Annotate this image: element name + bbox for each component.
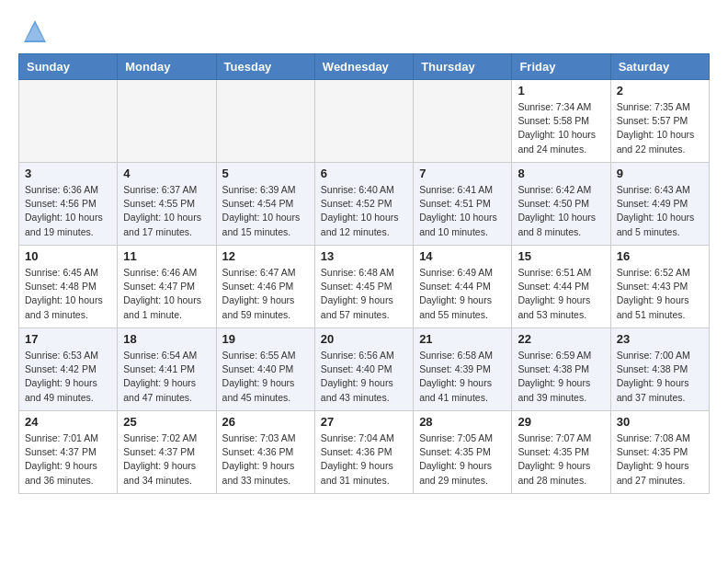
calendar-day-cell: 3Sunrise: 6:36 AMSunset: 4:56 PMDaylight… (19, 163, 118, 246)
day-info: Sunrise: 7:05 AMSunset: 4:35 PMDaylight:… (419, 431, 506, 488)
day-info: Sunrise: 6:54 AMSunset: 4:41 PMDaylight:… (123, 349, 210, 405)
day-info: Sunrise: 6:47 AMSunset: 4:46 PMDaylight:… (222, 266, 309, 322)
day-number: 1 (518, 84, 604, 98)
day-info: Sunrise: 6:55 AMSunset: 4:40 PMDaylight:… (222, 349, 309, 405)
day-number: 24 (25, 415, 111, 429)
day-number: 18 (123, 332, 210, 346)
calendar-day-cell: 17Sunrise: 6:53 AMSunset: 4:42 PMDayligh… (19, 328, 118, 411)
calendar-day-cell: 25Sunrise: 7:02 AMSunset: 4:37 PMDayligh… (118, 411, 216, 494)
weekday-header-wednesday: Wednesday (314, 54, 413, 80)
day-number: 29 (518, 415, 604, 429)
day-info: Sunrise: 7:04 AMSunset: 4:36 PMDaylight:… (321, 431, 407, 488)
weekday-header-sunday: Sunday (19, 54, 118, 80)
day-number: 5 (222, 167, 309, 180)
calendar-day-cell: 10Sunrise: 6:45 AMSunset: 4:48 PMDayligh… (19, 246, 118, 328)
calendar-day-cell: 4Sunrise: 6:37 AMSunset: 4:55 PMDaylight… (118, 163, 216, 246)
day-info: Sunrise: 6:39 AMSunset: 4:54 PMDaylight:… (222, 183, 309, 239)
weekday-header-row: SundayMondayTuesdayWednesdayThursdayFrid… (19, 54, 710, 80)
calendar-day-cell: 26Sunrise: 7:03 AMSunset: 4:36 PMDayligh… (216, 411, 314, 494)
day-info: Sunrise: 6:48 AMSunset: 4:45 PMDaylight:… (321, 266, 407, 322)
day-number: 15 (518, 249, 604, 263)
header-area (18, 18, 710, 44)
calendar-day-cell: 18Sunrise: 6:54 AMSunset: 4:41 PMDayligh… (118, 328, 216, 411)
day-number: 22 (518, 332, 604, 346)
day-info: Sunrise: 6:58 AMSunset: 4:39 PMDaylight:… (419, 349, 506, 405)
day-number: 28 (419, 415, 506, 429)
weekday-header-tuesday: Tuesday (216, 54, 314, 80)
day-info: Sunrise: 7:35 AMSunset: 5:57 PMDaylight:… (617, 100, 703, 156)
calendar-day-cell: 22Sunrise: 6:59 AMSunset: 4:38 PMDayligh… (512, 328, 610, 411)
day-info: Sunrise: 7:07 AMSunset: 4:35 PMDaylight:… (518, 431, 604, 488)
calendar-day-cell: 9Sunrise: 6:43 AMSunset: 4:49 PMDaylight… (610, 163, 709, 246)
day-number: 16 (617, 249, 703, 263)
calendar-day-cell: 1Sunrise: 7:34 AMSunset: 5:58 PMDaylight… (512, 80, 610, 163)
calendar-day-cell: 12Sunrise: 6:47 AMSunset: 4:46 PMDayligh… (216, 246, 314, 328)
day-number: 8 (518, 167, 604, 180)
day-info: Sunrise: 7:00 AMSunset: 4:38 PMDaylight:… (617, 349, 703, 405)
day-info: Sunrise: 7:34 AMSunset: 5:58 PMDaylight:… (518, 100, 604, 156)
day-info: Sunrise: 7:01 AMSunset: 4:37 PMDaylight:… (25, 431, 111, 488)
day-info: Sunrise: 6:36 AMSunset: 4:56 PMDaylight:… (25, 183, 111, 239)
calendar-day-cell: 11Sunrise: 6:46 AMSunset: 4:47 PMDayligh… (118, 246, 216, 328)
day-number: 17 (25, 332, 111, 346)
calendar-day-cell: 19Sunrise: 6:55 AMSunset: 4:40 PMDayligh… (216, 328, 314, 411)
day-number: 2 (617, 84, 703, 98)
weekday-header-monday: Monday (118, 54, 216, 80)
day-number: 20 (321, 332, 407, 346)
day-info: Sunrise: 7:03 AMSunset: 4:36 PMDaylight:… (222, 431, 309, 488)
calendar-day-cell: 2Sunrise: 7:35 AMSunset: 5:57 PMDaylight… (610, 80, 709, 163)
calendar-day-cell (414, 80, 512, 163)
day-number: 26 (222, 415, 309, 429)
day-number: 21 (419, 332, 506, 346)
calendar-day-cell: 8Sunrise: 6:42 AMSunset: 4:50 PMDaylight… (512, 163, 610, 246)
day-info: Sunrise: 6:42 AMSunset: 4:50 PMDaylight:… (518, 183, 604, 239)
day-info: Sunrise: 6:53 AMSunset: 4:42 PMDaylight:… (25, 349, 111, 405)
day-info: Sunrise: 6:56 AMSunset: 4:40 PMDaylight:… (321, 349, 407, 405)
day-info: Sunrise: 7:08 AMSunset: 4:35 PMDaylight:… (617, 431, 703, 488)
day-number: 12 (222, 249, 309, 263)
day-number: 11 (123, 249, 210, 263)
calendar-day-cell: 20Sunrise: 6:56 AMSunset: 4:40 PMDayligh… (314, 328, 413, 411)
day-number: 23 (617, 332, 703, 346)
day-number: 25 (123, 415, 210, 429)
calendar-page: SundayMondayTuesdayWednesdayThursdayFrid… (0, 0, 728, 512)
day-info: Sunrise: 6:49 AMSunset: 4:44 PMDaylight:… (419, 266, 506, 322)
calendar-week-row: 3Sunrise: 6:36 AMSunset: 4:56 PMDaylight… (19, 163, 710, 246)
day-number: 10 (25, 249, 111, 263)
day-number: 6 (321, 167, 407, 180)
day-number: 27 (321, 415, 407, 429)
logo-icon (22, 18, 48, 44)
calendar-day-cell: 24Sunrise: 7:01 AMSunset: 4:37 PMDayligh… (19, 411, 118, 494)
day-number: 4 (123, 167, 210, 180)
calendar-day-cell: 5Sunrise: 6:39 AMSunset: 4:54 PMDaylight… (216, 163, 314, 246)
calendar-day-cell: 21Sunrise: 6:58 AMSunset: 4:39 PMDayligh… (414, 328, 512, 411)
day-info: Sunrise: 7:02 AMSunset: 4:37 PMDaylight:… (123, 431, 210, 488)
day-info: Sunrise: 6:46 AMSunset: 4:47 PMDaylight:… (123, 266, 210, 322)
day-number: 13 (321, 249, 407, 263)
day-info: Sunrise: 6:43 AMSunset: 4:49 PMDaylight:… (617, 183, 703, 239)
calendar-day-cell: 7Sunrise: 6:41 AMSunset: 4:51 PMDaylight… (414, 163, 512, 246)
calendar-table: SundayMondayTuesdayWednesdayThursdayFrid… (18, 53, 710, 494)
day-info: Sunrise: 6:51 AMSunset: 4:44 PMDaylight:… (518, 266, 604, 322)
weekday-header-thursday: Thursday (414, 54, 512, 80)
day-info: Sunrise: 6:45 AMSunset: 4:48 PMDaylight:… (25, 266, 111, 322)
calendar-day-cell: 27Sunrise: 7:04 AMSunset: 4:36 PMDayligh… (314, 411, 413, 494)
calendar-day-cell: 29Sunrise: 7:07 AMSunset: 4:35 PMDayligh… (512, 411, 610, 494)
calendar-day-cell: 16Sunrise: 6:52 AMSunset: 4:43 PMDayligh… (610, 246, 709, 328)
calendar-day-cell (216, 80, 314, 163)
calendar-week-row: 10Sunrise: 6:45 AMSunset: 4:48 PMDayligh… (19, 246, 710, 328)
day-info: Sunrise: 6:52 AMSunset: 4:43 PMDaylight:… (617, 266, 703, 322)
logo (18, 18, 48, 44)
calendar-day-cell (118, 80, 216, 163)
day-info: Sunrise: 6:41 AMSunset: 4:51 PMDaylight:… (419, 183, 506, 239)
day-number: 7 (419, 167, 506, 180)
calendar-day-cell: 28Sunrise: 7:05 AMSunset: 4:35 PMDayligh… (414, 411, 512, 494)
calendar-day-cell (314, 80, 413, 163)
calendar-day-cell: 13Sunrise: 6:48 AMSunset: 4:45 PMDayligh… (314, 246, 413, 328)
calendar-week-row: 24Sunrise: 7:01 AMSunset: 4:37 PMDayligh… (19, 411, 710, 494)
calendar-day-cell (19, 80, 118, 163)
day-number: 19 (222, 332, 309, 346)
calendar-day-cell: 23Sunrise: 7:00 AMSunset: 4:38 PMDayligh… (610, 328, 709, 411)
calendar-day-cell: 14Sunrise: 6:49 AMSunset: 4:44 PMDayligh… (414, 246, 512, 328)
day-info: Sunrise: 6:40 AMSunset: 4:52 PMDaylight:… (321, 183, 407, 239)
